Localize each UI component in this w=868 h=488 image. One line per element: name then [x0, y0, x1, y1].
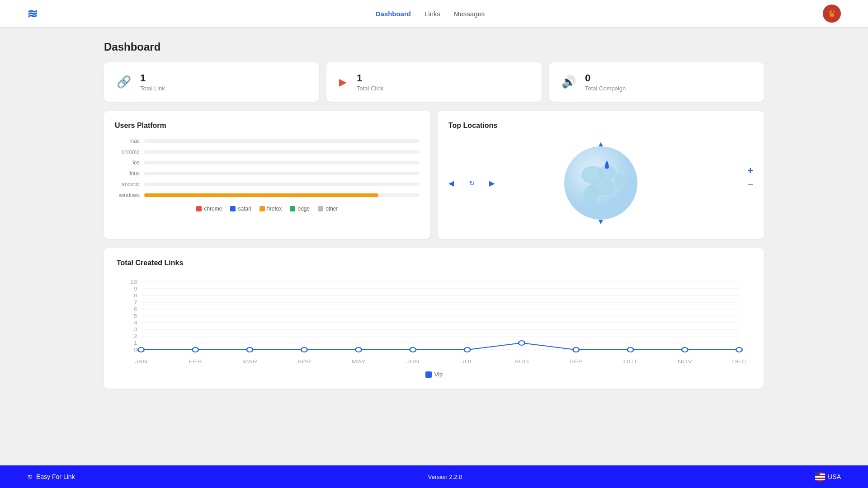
cursor-icon: ▶ — [339, 76, 347, 88]
total-campaign-number: 0 — [585, 72, 626, 84]
svg-point-43 — [464, 347, 471, 352]
bar-track — [144, 161, 420, 164]
campaign-icon: 🔊 — [561, 75, 576, 89]
link-icon: 🔗 — [117, 75, 131, 89]
bar-track — [144, 172, 420, 175]
bar-label: mac — [115, 138, 140, 144]
bar-track — [144, 193, 420, 197]
svg-rect-58 — [815, 479, 825, 480]
top-locations-card: Top Locations — [438, 111, 764, 239]
bar-row: ios — [115, 160, 420, 166]
bar-track — [144, 150, 420, 154]
bar-fill — [144, 193, 378, 197]
stat-info-campaign: 0 Total Compaign — [585, 72, 626, 92]
panels-row: Users Platform mac chrome ios linux andr… — [104, 111, 764, 239]
legend-item-label: chrome — [204, 206, 222, 212]
flag-icon — [815, 472, 825, 482]
svg-text:OCT: OCT — [623, 359, 637, 365]
vip-legend-dot — [425, 371, 432, 378]
svg-point-53 — [736, 347, 742, 352]
legend-color-dot — [290, 206, 295, 211]
logo-area: ≋ — [27, 6, 38, 21]
bar-row: chrome — [115, 149, 420, 155]
total-campaign-label: Total Compaign — [585, 85, 626, 92]
footer-logo-icon: ≋ — [27, 473, 33, 480]
svg-point-49 — [627, 347, 634, 352]
legend-item: chrome — [196, 206, 222, 212]
bar-row: windows — [115, 192, 420, 198]
svg-text:MAY: MAY — [352, 359, 366, 365]
svg-text:6: 6 — [134, 306, 137, 312]
nav-links[interactable]: Links — [425, 10, 440, 18]
svg-text:4: 4 — [134, 320, 137, 326]
svg-text:APR: APR — [297, 359, 311, 365]
svg-text:8: 8 — [134, 293, 137, 299]
svg-point-45 — [519, 341, 525, 345]
total-links-card: Total Created Links 012345678910JANFEBMA… — [104, 248, 764, 389]
svg-point-33 — [193, 347, 199, 352]
bar-label: ios — [115, 160, 140, 166]
svg-point-35 — [247, 347, 253, 352]
svg-point-51 — [682, 347, 688, 352]
svg-text:10: 10 — [130, 279, 137, 285]
svg-point-41 — [410, 347, 416, 352]
stat-cards: 🔗 1 Total Link ▶ 1 Total Click 🔊 0 Total… — [104, 62, 764, 102]
bar-track — [144, 139, 420, 143]
legend-item-label: edge — [297, 206, 310, 212]
total-link-label: Total Link — [140, 85, 165, 92]
bar-label: linux — [115, 170, 140, 177]
total-click-number: 1 — [357, 72, 383, 84]
map-down-button[interactable]: ▼ — [597, 218, 604, 226]
nav-dashboard[interactable]: Dashboard — [376, 10, 411, 18]
map-left-button[interactable]: ◀ — [448, 179, 454, 188]
legend-item-label: other — [326, 206, 338, 212]
users-platform-card: Users Platform mac chrome ios linux andr… — [104, 111, 430, 239]
header: ≋ Dashboard Links Messages ♛ — [0, 0, 868, 27]
legend-item-label: safari — [238, 206, 251, 212]
svg-text:JAN: JAN — [135, 359, 147, 365]
vip-legend-label: Vip — [434, 371, 443, 378]
footer-logo: ≋ Easy For Link — [27, 473, 75, 480]
map-refresh-button[interactable]: ↻ — [469, 179, 475, 188]
nav-messages[interactable]: Messages — [454, 10, 485, 18]
svg-text:AUG: AUG — [514, 359, 529, 365]
svg-text:DEC: DEC — [732, 359, 746, 365]
svg-point-5 — [614, 174, 624, 188]
footer-brand: Easy For Link — [36, 473, 75, 480]
globe-svg — [560, 142, 642, 224]
svg-text:1: 1 — [134, 340, 137, 346]
total-links-title: Total Created Links — [117, 259, 751, 267]
bar-label: windows — [115, 192, 140, 198]
zoom-in-button[interactable]: + — [747, 165, 753, 177]
stat-card-total-campaign: 🔊 0 Total Compaign — [549, 62, 764, 102]
stat-info-click: 1 Total Click — [357, 72, 383, 92]
map-up-button[interactable]: ▲ — [597, 140, 604, 148]
main-content: Dashboard 🔗 1 Total Link ▶ 1 Total Click… — [0, 27, 868, 465]
legend-item: edge — [290, 206, 310, 212]
map-right-button[interactable]: ▶ — [489, 179, 495, 188]
legend-item: firefox — [259, 206, 282, 212]
line-chart-svg: 012345678910JANFEBMARAPRMAYJUNJULAUGSEPO… — [117, 275, 751, 366]
svg-text:MAR: MAR — [242, 359, 257, 365]
avatar[interactable]: ♛ — [823, 5, 841, 23]
users-platform-title: Users Platform — [115, 122, 420, 130]
svg-text:3: 3 — [134, 327, 137, 333]
zoom-out-button[interactable]: − — [747, 180, 753, 188]
legend-item-label: firefox — [267, 206, 282, 212]
svg-text:SEP: SEP — [569, 359, 583, 365]
stat-info-link: 1 Total Link — [140, 72, 165, 92]
svg-point-37 — [301, 347, 307, 352]
legend-color-dot — [230, 206, 236, 211]
bar-row: mac — [115, 138, 420, 144]
total-click-label: Total Click — [357, 85, 383, 92]
svg-text:9: 9 — [134, 286, 137, 292]
bar-label: chrome — [115, 149, 140, 155]
svg-text:FEB: FEB — [189, 359, 202, 365]
svg-rect-57 — [815, 476, 825, 478]
line-chart-area: 012345678910JANFEBMARAPRMAYJUNJULAUGSEPO… — [117, 275, 751, 367]
stat-card-total-click: ▶ 1 Total Click — [326, 62, 542, 102]
footer-locale: USA — [815, 472, 841, 482]
top-locations-title: Top Locations — [448, 122, 753, 130]
map-container: ▲ ▼ ◀ ↻ ▶ + − — [448, 138, 753, 228]
footer: ≋ Easy For Link Version 2.2.0 USA — [0, 465, 868, 488]
